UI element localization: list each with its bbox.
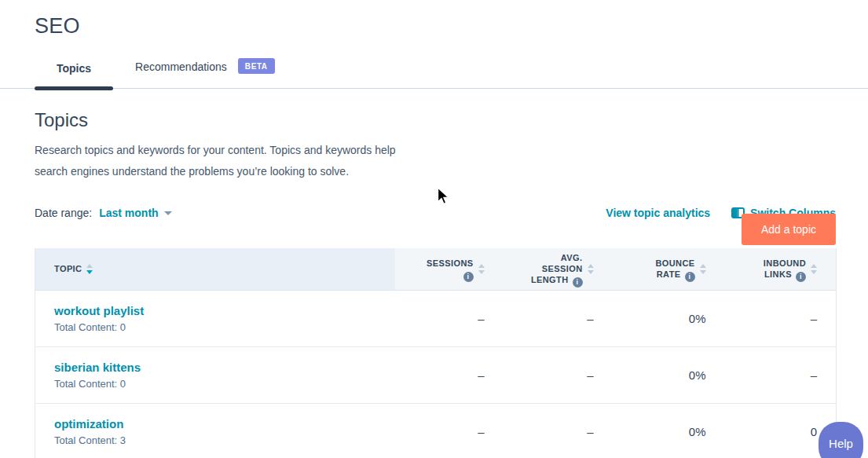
info-icon[interactable]: i: [463, 272, 474, 282]
column-header-topic[interactable]: TOPIC: [35, 248, 395, 290]
date-range: Date range: Last month: [35, 207, 172, 219]
info-icon[interactable]: i: [573, 277, 583, 288]
sort-arrows-inbound-links: [811, 264, 817, 274]
total-content: Total Content: 0: [54, 378, 394, 390]
app-title: SEO: [35, 14, 833, 38]
sort-arrows-avg-session: [588, 264, 594, 274]
column-header-sessions[interactable]: SESSIONSi: [395, 248, 504, 290]
main-content: Topics Research topics and keywords for …: [0, 109, 868, 458]
topic-link[interactable]: workout playlist: [54, 304, 144, 317]
sort-arrows-sessions: [478, 264, 485, 274]
tab-recommendations[interactable]: Recommendations BETA: [113, 49, 297, 88]
cell-avg-session-length: –: [504, 290, 613, 346]
date-range-select[interactable]: Last month: [99, 207, 171, 219]
tab-bar: Topics Recommendations BETA: [35, 49, 833, 88]
date-range-value: Last month: [99, 207, 158, 219]
sort-arrows-topic: [86, 264, 93, 274]
page-description: Research topics and keywords for your co…: [35, 140, 443, 182]
table-header-row: TOPIC SESSIONSi AVG. SESSION LENGTHi: [35, 248, 837, 290]
cell-sessions: –: [395, 346, 504, 403]
view-topic-analytics-link[interactable]: View topic analytics: [606, 207, 710, 219]
cell-avg-session-length: –: [504, 403, 613, 458]
header-divider: [0, 88, 868, 89]
table-row: workout playlist Total Content: 0 – – 0%…: [35, 290, 837, 346]
cell-inbound-links: –: [725, 346, 837, 403]
sort-arrows-bounce-rate: [700, 264, 706, 274]
total-content: Total Content: 3: [54, 434, 394, 446]
controls-row: Date range: Last month View topic analyt…: [35, 207, 836, 219]
table-row: siberian kittens Total Content: 0 – – 0%…: [35, 346, 837, 403]
date-range-label: Date range:: [35, 207, 92, 219]
cell-avg-session-length: –: [504, 346, 613, 403]
info-icon[interactable]: i: [685, 272, 695, 282]
add-a-topic-button[interactable]: Add a topic: [742, 214, 836, 245]
cell-bounce-rate: 0%: [613, 403, 725, 458]
cell-bounce-rate: 0%: [613, 346, 725, 403]
cell-sessions: –: [395, 290, 504, 346]
column-header-avg-session-length[interactable]: AVG. SESSION LENGTHi: [504, 248, 613, 290]
column-header-bounce-rate[interactable]: BOUNCE RATEi: [613, 248, 725, 290]
help-button[interactable]: Help: [819, 422, 863, 458]
topics-table: TOPIC SESSIONSi AVG. SESSION LENGTHi: [35, 248, 837, 458]
cell-sessions: –: [395, 403, 504, 458]
tab-topics[interactable]: Topics: [35, 52, 113, 88]
column-header-inbound-links[interactable]: INBOUND LINKSi: [725, 248, 837, 290]
cell-inbound-links: –: [725, 290, 837, 346]
page-header: SEO Topics Recommendations BETA: [0, 0, 868, 88]
chevron-down-icon: [164, 211, 172, 215]
tab-topics-label: Topics: [57, 62, 91, 75]
cell-bounce-rate: 0%: [613, 290, 725, 346]
table-row: optimization Total Content: 3 – – 0% 0: [35, 403, 837, 458]
beta-badge: BETA: [238, 58, 275, 74]
topic-link[interactable]: optimization: [54, 417, 123, 431]
tab-recommendations-label: Recommendations: [135, 60, 227, 73]
topic-link[interactable]: siberian kittens: [54, 361, 141, 374]
page-title: Topics: [35, 109, 836, 131]
total-content: Total Content: 0: [54, 321, 394, 333]
info-icon[interactable]: i: [796, 272, 806, 282]
